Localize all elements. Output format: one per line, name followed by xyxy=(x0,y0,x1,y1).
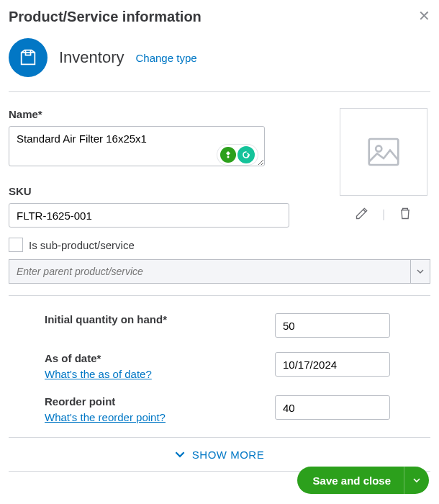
extension-badge-icon[interactable] xyxy=(220,147,236,163)
sku-label: SKU xyxy=(9,185,308,197)
svg-point-0 xyxy=(227,156,230,158)
save-and-close-button[interactable]: Save and close xyxy=(297,467,429,494)
chevron-down-icon xyxy=(413,477,420,484)
sub-product-label: Is sub-product/service xyxy=(29,239,135,251)
parent-product-dropdown-button[interactable] xyxy=(410,259,430,284)
trash-icon xyxy=(398,206,412,220)
type-label: Inventory xyxy=(59,48,125,67)
sku-input[interactable] xyxy=(9,203,289,228)
page-title: Product/Service information xyxy=(9,9,202,25)
chevron-down-icon xyxy=(417,268,424,275)
svg-rect-1 xyxy=(369,139,399,165)
delete-image-button[interactable] xyxy=(398,206,412,222)
parent-product-select[interactable] xyxy=(9,259,410,284)
image-placeholder-icon xyxy=(364,132,403,171)
pencil-icon xyxy=(355,206,369,220)
name-label: Name* xyxy=(9,108,308,120)
save-dropdown-caret[interactable] xyxy=(404,467,429,494)
initial-qty-input[interactable] xyxy=(275,313,390,338)
initial-qty-label: Initial quantity on hand* xyxy=(45,313,167,325)
reorder-point-input[interactable] xyxy=(275,395,390,420)
save-button-label: Save and close xyxy=(297,474,404,487)
as-of-date-input[interactable] xyxy=(275,352,390,377)
close-icon: ✕ xyxy=(418,8,430,24)
edit-image-button[interactable] xyxy=(355,206,369,222)
action-divider: | xyxy=(382,208,385,221)
sub-product-checkbox[interactable] xyxy=(9,238,23,252)
product-image-placeholder[interactable] xyxy=(340,108,427,196)
reorder-point-label: Reorder point xyxy=(45,395,115,408)
inventory-type-icon xyxy=(9,38,47,77)
grammarly-icon[interactable] xyxy=(237,146,255,163)
as-of-date-label: As of date* xyxy=(45,352,101,364)
as-of-date-help-link[interactable]: What's the as of date? xyxy=(45,368,152,380)
svg-point-2 xyxy=(376,145,381,151)
change-type-link[interactable]: Change type xyxy=(136,52,197,64)
show-more-label: SHOW MORE xyxy=(192,449,264,461)
close-button[interactable]: ✕ xyxy=(418,9,430,23)
reorder-point-help-link[interactable]: What's the reorder point? xyxy=(45,411,166,423)
chevron-down-icon xyxy=(175,449,185,459)
